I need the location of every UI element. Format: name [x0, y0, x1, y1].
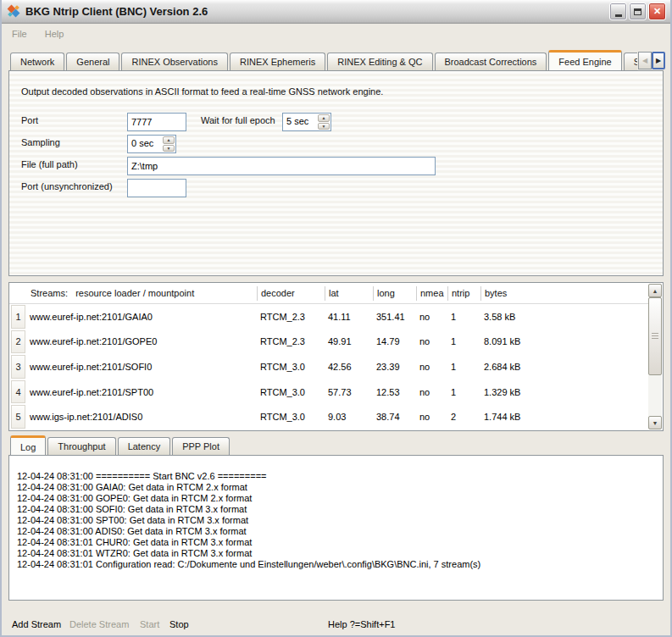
tab-feed-engine[interactable]: Feed Engine — [548, 50, 621, 70]
log-line: 12-04-24 08:31:00 SOFI0: Get data in RTC… — [17, 504, 656, 515]
scroll-up-icon: ▲ — [653, 288, 658, 294]
tab-rinex-observations[interactable]: RINEX Observations — [121, 53, 227, 70]
tab-scroll-controls: ◀ ▶ — [638, 52, 665, 69]
streams-table-body: 1 www.euref-ip.net:2101/GAIA0 RTCM_2.3 4… — [9, 304, 648, 429]
stop-button[interactable]: Stop — [169, 619, 189, 629]
cell-ntrip: 1 — [447, 387, 480, 397]
file-path-input[interactable] — [127, 157, 436, 175]
header-decoder: decoder — [257, 286, 325, 301]
table-row[interactable]: 5 www.igs-ip.net:2101/ADIS0 RTCM_3.0 9.0… — [9, 404, 648, 429]
tab-serial-output[interactable]: Serial Ou — [624, 53, 637, 70]
tab-general[interactable]: General — [66, 53, 119, 70]
spin-down-icon: ▼ — [322, 124, 326, 129]
tab-rinex-editing-qc[interactable]: RINEX Editing & QC — [327, 53, 432, 70]
close-button[interactable]: ✕ — [648, 3, 666, 20]
table-row[interactable]: 1 www.euref-ip.net:2101/GAIA0 RTCM_2.3 4… — [9, 304, 648, 330]
cell-decoder: RTCM_3.0 — [257, 387, 325, 397]
bottom-tab-bar: Log Throughput Latency PPP Plot — [8, 435, 667, 455]
sampling-spin-down-button[interactable]: ▼ — [163, 145, 175, 152]
spin-up-icon: ▲ — [322, 115, 326, 120]
maximize-icon — [634, 8, 641, 15]
add-stream-button[interactable]: Add Stream — [12, 619, 61, 629]
menu-help[interactable]: Help — [45, 29, 64, 39]
port-label: Port — [21, 115, 38, 125]
cell-lat: 41.11 — [325, 312, 373, 322]
streams-table-header: Streams: resource loader / mountpoint de… — [9, 283, 648, 304]
scroll-down-icon: ▼ — [653, 420, 658, 426]
cell-lat: 9.03 — [325, 412, 373, 422]
log-line: 12-04-24 08:31:00 GOPE0: Get data in RTC… — [17, 493, 656, 504]
maximize-button[interactable] — [629, 3, 647, 20]
file-path-label: File (full path) — [21, 159, 78, 169]
log-line: 12-04-24 08:31:01 WTZR0: Get data in RTC… — [17, 548, 656, 559]
tab-scroll-right-button[interactable]: ▶ — [652, 52, 665, 69]
scrollbar-down-button[interactable]: ▼ — [648, 416, 662, 429]
minimize-button[interactable] — [609, 3, 627, 20]
cell-mountpoint: www.igs-ip.net:2101/ADIS0 — [26, 412, 257, 422]
cell-bytes: 1.329 kB — [480, 387, 648, 397]
row-number: 1 — [11, 305, 25, 329]
cell-ntrip: 1 — [447, 312, 480, 322]
wait-epoch-spin-up-button[interactable]: ▲ — [318, 114, 330, 122]
chevron-left-icon: ◀ — [642, 57, 647, 64]
port-unsync-input[interactable] — [127, 179, 186, 197]
scrollbar-up-button[interactable]: ▲ — [648, 284, 662, 297]
app-window: BKG Ntrip Client (BNC) Version 2.6 ✕ Fil… — [0, 0, 672, 637]
scrollbar-grip-icon — [652, 333, 658, 340]
menu-bar: File Help — [2, 24, 670, 44]
wait-epoch-spin-down-button[interactable]: ▼ — [318, 123, 330, 130]
tab-rinex-ephemeris[interactable]: RINEX Ephemeris — [230, 53, 325, 70]
cell-decoder: RTCM_2.3 — [257, 312, 325, 322]
cell-long: 14.79 — [373, 336, 416, 346]
tab-log[interactable]: Log — [10, 435, 46, 455]
cell-bytes: 2.684 kB — [480, 362, 648, 372]
cell-decoder: RTCM_3.0 — [257, 362, 325, 372]
cell-mountpoint: www.euref-ip.net:2101/SOFI0 — [26, 362, 257, 372]
table-row[interactable]: 2 www.euref-ip.net:2101/GOPE0 RTCM_2.3 4… — [9, 330, 648, 355]
cell-lat: 57.73 — [325, 387, 373, 397]
table-scrollbar[interactable]: ▲ ▼ — [648, 284, 662, 429]
cell-mountpoint: www.euref-ip.net:2101/SPT00 — [26, 387, 257, 397]
wait-epoch-value: 5 sec — [283, 114, 317, 130]
wait-epoch-spinbox[interactable]: 5 sec ▲ ▼ — [282, 113, 331, 131]
cell-nmea: no — [416, 312, 447, 322]
menu-file[interactable]: File — [12, 29, 27, 39]
scrollbar-thumb[interactable] — [648, 297, 662, 375]
cell-mountpoint: www.euref-ip.net:2101/GOPE0 — [26, 336, 257, 346]
start-button[interactable]: Start — [140, 619, 159, 629]
tab-ppp-plot[interactable]: PPP Plot — [172, 437, 230, 455]
header-ntrip: ntrip — [447, 286, 480, 301]
delete-stream-button[interactable]: Delete Stream — [69, 619, 129, 629]
window-title: BKG Ntrip Client (BNC) Version 2.6 — [25, 5, 608, 18]
spin-down-icon: ▼ — [167, 146, 171, 151]
sampling-spinbox[interactable]: 0 sec ▲ ▼ — [127, 135, 176, 153]
action-bar: Add Stream Delete Stream Start Stop Help… — [2, 601, 670, 637]
log-line: 12-04-24 08:31:00 ADIS0: Get data in RTC… — [17, 526, 656, 537]
tab-throughput[interactable]: Throughput — [47, 437, 115, 455]
app-icon — [8, 5, 21, 19]
log-line: 12-04-24 08:31:00 ========== Start BNC v… — [17, 471, 656, 482]
cell-long: 38.74 — [373, 412, 416, 422]
header-corner — [9, 283, 26, 303]
header-lat: lat — [325, 286, 373, 301]
cell-nmea: no — [416, 336, 447, 346]
title-bar[interactable]: BKG Ntrip Client (BNC) Version 2.6 ✕ — [2, 0, 670, 24]
header-bytes: bytes — [480, 286, 648, 301]
cell-long: 23.39 — [373, 362, 416, 372]
cell-nmea: no — [416, 387, 447, 397]
sampling-spin-up-button[interactable]: ▲ — [163, 136, 175, 144]
log-line: 12-04-24 08:31:00 SPT00: Get data in RTC… — [17, 515, 656, 526]
tab-broadcast-corrections[interactable]: Broadcast Corrections — [435, 53, 547, 70]
cell-ntrip: 1 — [447, 336, 480, 346]
tab-latency[interactable]: Latency — [118, 437, 171, 455]
table-row[interactable]: 4 www.euref-ip.net:2101/SPT00 RTCM_3.0 5… — [9, 379, 648, 405]
table-row[interactable]: 3 www.euref-ip.net:2101/SOFI0 RTCM_3.0 4… — [9, 354, 648, 379]
streams-table: Streams: resource loader / mountpoint de… — [8, 282, 664, 431]
row-number: 3 — [11, 355, 25, 379]
log-output[interactable]: 12-04-24 08:31:00 ========== Start BNC v… — [9, 456, 663, 600]
tab-scroll-left-button[interactable]: ◀ — [638, 52, 652, 69]
port-input[interactable] — [127, 113, 186, 131]
close-icon: ✕ — [653, 6, 661, 17]
tab-network[interactable]: Network — [10, 53, 64, 70]
log-line: 12-04-24 08:31:01 Configuration read: C:… — [17, 559, 656, 570]
